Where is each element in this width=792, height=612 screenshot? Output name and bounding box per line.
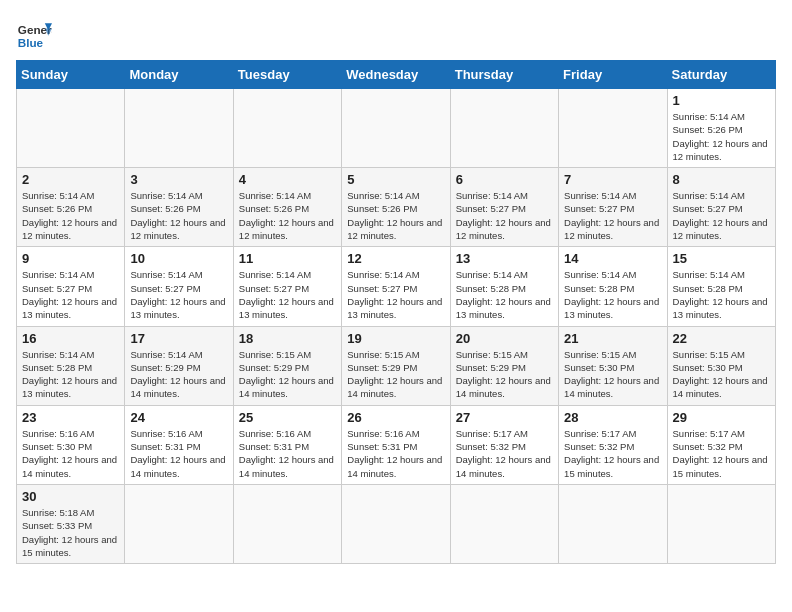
- calendar-cell: [667, 484, 775, 563]
- day-number: 6: [456, 172, 553, 187]
- day-info: Sunrise: 5:14 AMSunset: 5:28 PMDaylight:…: [456, 268, 553, 321]
- day-info: Sunrise: 5:14 AMSunset: 5:27 PMDaylight:…: [673, 189, 770, 242]
- day-info: Sunrise: 5:14 AMSunset: 5:27 PMDaylight:…: [347, 268, 444, 321]
- weekday-header: Wednesday: [342, 61, 450, 89]
- day-number: 11: [239, 251, 336, 266]
- day-info: Sunrise: 5:14 AMSunset: 5:27 PMDaylight:…: [130, 268, 227, 321]
- day-number: 17: [130, 331, 227, 346]
- calendar-cell: 8Sunrise: 5:14 AMSunset: 5:27 PMDaylight…: [667, 168, 775, 247]
- day-number: 9: [22, 251, 119, 266]
- calendar-cell: 13Sunrise: 5:14 AMSunset: 5:28 PMDayligh…: [450, 247, 558, 326]
- day-number: 8: [673, 172, 770, 187]
- weekday-header: Monday: [125, 61, 233, 89]
- day-info: Sunrise: 5:14 AMSunset: 5:26 PMDaylight:…: [347, 189, 444, 242]
- day-number: 5: [347, 172, 444, 187]
- calendar-cell: [233, 484, 341, 563]
- day-number: 28: [564, 410, 661, 425]
- day-number: 23: [22, 410, 119, 425]
- day-number: 15: [673, 251, 770, 266]
- weekday-header: Thursday: [450, 61, 558, 89]
- day-number: 12: [347, 251, 444, 266]
- calendar-cell: 4Sunrise: 5:14 AMSunset: 5:26 PMDaylight…: [233, 168, 341, 247]
- weekday-header: Friday: [559, 61, 667, 89]
- logo-icon: General Blue: [16, 16, 52, 52]
- day-number: 27: [456, 410, 553, 425]
- calendar-cell: 11Sunrise: 5:14 AMSunset: 5:27 PMDayligh…: [233, 247, 341, 326]
- calendar-week-row: 16Sunrise: 5:14 AMSunset: 5:28 PMDayligh…: [17, 326, 776, 405]
- day-number: 20: [456, 331, 553, 346]
- calendar-cell: [342, 484, 450, 563]
- day-number: 4: [239, 172, 336, 187]
- calendar-cell: [450, 484, 558, 563]
- calendar-cell: 16Sunrise: 5:14 AMSunset: 5:28 PMDayligh…: [17, 326, 125, 405]
- calendar-cell: [233, 89, 341, 168]
- day-info: Sunrise: 5:17 AMSunset: 5:32 PMDaylight:…: [564, 427, 661, 480]
- day-number: 18: [239, 331, 336, 346]
- day-number: 3: [130, 172, 227, 187]
- calendar-cell: 5Sunrise: 5:14 AMSunset: 5:26 PMDaylight…: [342, 168, 450, 247]
- page-header: General Blue: [16, 16, 776, 52]
- weekday-header: Sunday: [17, 61, 125, 89]
- day-number: 16: [22, 331, 119, 346]
- day-info: Sunrise: 5:18 AMSunset: 5:33 PMDaylight:…: [22, 506, 119, 559]
- calendar-cell: 20Sunrise: 5:15 AMSunset: 5:29 PMDayligh…: [450, 326, 558, 405]
- calendar-cell: 7Sunrise: 5:14 AMSunset: 5:27 PMDaylight…: [559, 168, 667, 247]
- day-info: Sunrise: 5:16 AMSunset: 5:30 PMDaylight:…: [22, 427, 119, 480]
- calendar-cell: 15Sunrise: 5:14 AMSunset: 5:28 PMDayligh…: [667, 247, 775, 326]
- day-number: 21: [564, 331, 661, 346]
- day-info: Sunrise: 5:17 AMSunset: 5:32 PMDaylight:…: [673, 427, 770, 480]
- day-number: 29: [673, 410, 770, 425]
- day-info: Sunrise: 5:15 AMSunset: 5:29 PMDaylight:…: [239, 348, 336, 401]
- calendar-cell: 24Sunrise: 5:16 AMSunset: 5:31 PMDayligh…: [125, 405, 233, 484]
- day-info: Sunrise: 5:15 AMSunset: 5:30 PMDaylight:…: [564, 348, 661, 401]
- calendar-week-row: 30Sunrise: 5:18 AMSunset: 5:33 PMDayligh…: [17, 484, 776, 563]
- day-info: Sunrise: 5:16 AMSunset: 5:31 PMDaylight:…: [239, 427, 336, 480]
- calendar-cell: 30Sunrise: 5:18 AMSunset: 5:33 PMDayligh…: [17, 484, 125, 563]
- calendar-cell: 26Sunrise: 5:16 AMSunset: 5:31 PMDayligh…: [342, 405, 450, 484]
- day-info: Sunrise: 5:14 AMSunset: 5:26 PMDaylight:…: [130, 189, 227, 242]
- calendar-cell: [559, 89, 667, 168]
- calendar-cell: 17Sunrise: 5:14 AMSunset: 5:29 PMDayligh…: [125, 326, 233, 405]
- calendar-cell: 12Sunrise: 5:14 AMSunset: 5:27 PMDayligh…: [342, 247, 450, 326]
- day-info: Sunrise: 5:14 AMSunset: 5:29 PMDaylight:…: [130, 348, 227, 401]
- calendar-cell: [125, 89, 233, 168]
- calendar-cell: [450, 89, 558, 168]
- day-info: Sunrise: 5:15 AMSunset: 5:30 PMDaylight:…: [673, 348, 770, 401]
- day-info: Sunrise: 5:14 AMSunset: 5:27 PMDaylight:…: [22, 268, 119, 321]
- day-number: 2: [22, 172, 119, 187]
- calendar-week-row: 9Sunrise: 5:14 AMSunset: 5:27 PMDaylight…: [17, 247, 776, 326]
- calendar-cell: [342, 89, 450, 168]
- day-info: Sunrise: 5:15 AMSunset: 5:29 PMDaylight:…: [347, 348, 444, 401]
- day-number: 19: [347, 331, 444, 346]
- day-info: Sunrise: 5:14 AMSunset: 5:26 PMDaylight:…: [22, 189, 119, 242]
- day-number: 13: [456, 251, 553, 266]
- day-number: 7: [564, 172, 661, 187]
- calendar-cell: 19Sunrise: 5:15 AMSunset: 5:29 PMDayligh…: [342, 326, 450, 405]
- calendar-cell: 28Sunrise: 5:17 AMSunset: 5:32 PMDayligh…: [559, 405, 667, 484]
- day-info: Sunrise: 5:14 AMSunset: 5:27 PMDaylight:…: [564, 189, 661, 242]
- day-number: 22: [673, 331, 770, 346]
- calendar-cell: 21Sunrise: 5:15 AMSunset: 5:30 PMDayligh…: [559, 326, 667, 405]
- calendar-table: SundayMondayTuesdayWednesdayThursdayFrid…: [16, 60, 776, 564]
- day-info: Sunrise: 5:16 AMSunset: 5:31 PMDaylight:…: [347, 427, 444, 480]
- day-info: Sunrise: 5:14 AMSunset: 5:28 PMDaylight:…: [22, 348, 119, 401]
- calendar-cell: 25Sunrise: 5:16 AMSunset: 5:31 PMDayligh…: [233, 405, 341, 484]
- calendar-cell: 3Sunrise: 5:14 AMSunset: 5:26 PMDaylight…: [125, 168, 233, 247]
- day-info: Sunrise: 5:14 AMSunset: 5:27 PMDaylight:…: [239, 268, 336, 321]
- calendar-week-row: 2Sunrise: 5:14 AMSunset: 5:26 PMDaylight…: [17, 168, 776, 247]
- calendar-cell: [17, 89, 125, 168]
- day-number: 25: [239, 410, 336, 425]
- weekday-header: Saturday: [667, 61, 775, 89]
- calendar-cell: 29Sunrise: 5:17 AMSunset: 5:32 PMDayligh…: [667, 405, 775, 484]
- day-info: Sunrise: 5:14 AMSunset: 5:28 PMDaylight:…: [564, 268, 661, 321]
- day-number: 1: [673, 93, 770, 108]
- calendar-week-row: 1Sunrise: 5:14 AMSunset: 5:26 PMDaylight…: [17, 89, 776, 168]
- day-number: 30: [22, 489, 119, 504]
- day-number: 26: [347, 410, 444, 425]
- day-info: Sunrise: 5:17 AMSunset: 5:32 PMDaylight:…: [456, 427, 553, 480]
- day-number: 24: [130, 410, 227, 425]
- calendar-cell: 2Sunrise: 5:14 AMSunset: 5:26 PMDaylight…: [17, 168, 125, 247]
- calendar-cell: 18Sunrise: 5:15 AMSunset: 5:29 PMDayligh…: [233, 326, 341, 405]
- calendar-cell: 27Sunrise: 5:17 AMSunset: 5:32 PMDayligh…: [450, 405, 558, 484]
- calendar-cell: [125, 484, 233, 563]
